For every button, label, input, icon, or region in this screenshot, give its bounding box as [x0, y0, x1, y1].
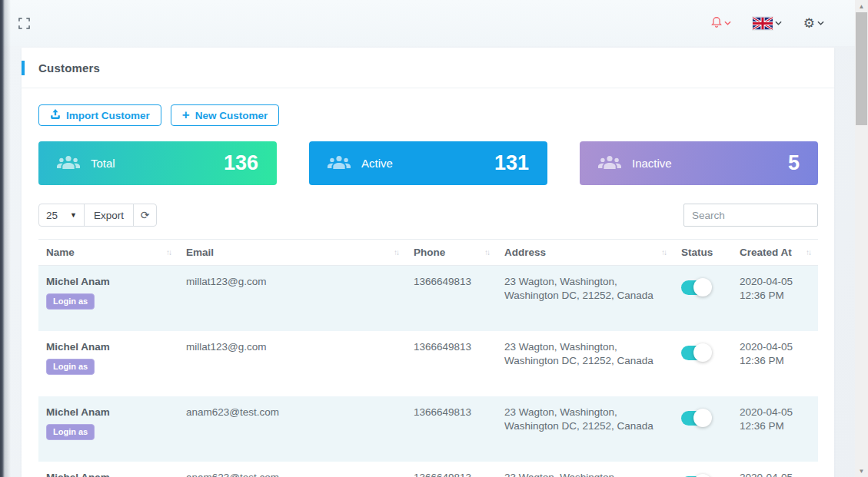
- content-card: Customers Import Customer + New Customer: [22, 48, 834, 477]
- scrollbar-thumb[interactable]: [856, 12, 867, 125]
- toggle-knob: [693, 474, 712, 477]
- sort-icon[interactable]: ↑↓: [166, 248, 171, 257]
- stat-label: Active: [361, 157, 393, 170]
- topbar: ⚙: [0, 0, 855, 46]
- table-row: Michel Anam Login as millat123@g.com 136…: [38, 266, 818, 331]
- page-title: Customers: [38, 61, 100, 75]
- toggle-knob: [693, 278, 712, 296]
- page-size-value: 25: [46, 210, 58, 221]
- column-header[interactable]: Name ↑↓: [38, 240, 178, 265]
- search-input[interactable]: [683, 204, 818, 227]
- import-customer-button[interactable]: Import Customer: [38, 104, 161, 126]
- collapsed-sidebar-edge: [0, 0, 11, 477]
- table-row: Michel Anam Login as anam623@test.com 13…: [38, 396, 818, 462]
- settings-dropdown[interactable]: ⚙: [803, 17, 824, 30]
- select-caret-icon: ▼: [70, 211, 77, 219]
- email-cell: anam623@test.com: [178, 462, 406, 477]
- fullscreen-button[interactable]: [18, 18, 30, 29]
- export-label: Export: [94, 210, 124, 221]
- export-button[interactable]: Export: [84, 204, 134, 227]
- new-customer-label: New Customer: [195, 110, 268, 121]
- column-header[interactable]: Status ↑↓: [673, 240, 732, 265]
- column-label: Name: [46, 247, 75, 258]
- created-time: 12:36 PM: [740, 354, 810, 368]
- toggle-knob: [693, 409, 712, 427]
- vertical-scrollbar[interactable]: ▲ ▼: [855, 0, 868, 477]
- plus-icon: +: [182, 108, 190, 121]
- action-buttons: Import Customer + New Customer: [38, 104, 818, 126]
- column-header[interactable]: Phone ↑↓: [406, 240, 497, 265]
- created-time: 12:36 PM: [740, 289, 810, 303]
- title-accent-bar: [22, 61, 25, 75]
- column-label: Created At: [740, 247, 792, 258]
- address-cell: 23 Wagton, Washington, Washington DC, 21…: [497, 266, 662, 331]
- stat-value: 131: [494, 151, 529, 175]
- phone-cell: 1366649813: [406, 331, 497, 396]
- table-row: Michel Anam Login as millat123@g.com 136…: [38, 331, 818, 396]
- login-as-button[interactable]: Login as: [46, 293, 95, 310]
- status-cell: [673, 331, 732, 396]
- column-label: Status: [681, 247, 713, 258]
- stat-card[interactable]: Total 136: [38, 141, 277, 185]
- login-as-button[interactable]: Login as: [46, 424, 95, 440]
- created-date: 2020-04-05: [740, 406, 810, 419]
- new-customer-button[interactable]: + New Customer: [171, 104, 279, 126]
- chevron-down-icon: [817, 21, 824, 25]
- uk-flag-icon: [753, 17, 773, 30]
- status-cell: [673, 462, 732, 477]
- phone-cell: 1366649813: [406, 462, 497, 477]
- language-dropdown[interactable]: [753, 17, 782, 30]
- customer-name: Michel Anam: [46, 340, 171, 354]
- notifications-dropdown[interactable]: [711, 15, 731, 31]
- sort-icon[interactable]: ↑↓: [661, 248, 666, 257]
- table-button-group: 25 ▼ Export ⟳: [38, 204, 157, 227]
- table-body: Michel Anam Login as millat123@g.com 136…: [38, 266, 818, 477]
- status-cell: [673, 266, 732, 331]
- name-cell: Michel Anam Login as: [38, 331, 178, 396]
- stat-card[interactable]: Active 131: [309, 141, 547, 185]
- chevron-down-icon: [724, 21, 731, 25]
- created-time: 12:36 PM: [740, 419, 810, 433]
- address-cell: 23 Wagton, Washington, Washington DC, 21…: [497, 331, 662, 396]
- scroll-up-arrow-icon[interactable]: ▲: [855, 0, 868, 12]
- users-group-icon: [598, 155, 621, 171]
- column-header[interactable]: Created At ↑↓: [732, 240, 818, 265]
- email-cell: anam623@test.com: [178, 396, 406, 462]
- login-as-button[interactable]: Login as: [46, 359, 95, 375]
- status-toggle[interactable]: [681, 280, 710, 295]
- table-row: Michel Anam Login as anam623@test.com 13…: [38, 462, 818, 477]
- created-date: 2020-04-05: [740, 471, 810, 477]
- sort-icon[interactable]: ↑↓: [484, 248, 489, 257]
- column-label: Email: [186, 247, 214, 258]
- topbar-right: ⚙: [711, 15, 824, 31]
- address-cell: 23 Wagton, Washington, Washington DC, 21…: [497, 462, 662, 477]
- column-label: Address: [504, 247, 546, 258]
- column-header[interactable]: Email ↑↓: [178, 240, 406, 265]
- bell-icon: [711, 15, 722, 31]
- stat-value: 5: [788, 151, 800, 175]
- column-label: Phone: [414, 247, 445, 258]
- scroll-down-arrow-icon[interactable]: ▼: [855, 465, 868, 477]
- refresh-button[interactable]: ⟳: [133, 204, 157, 227]
- column-header[interactable]: Address ↑↓: [497, 240, 673, 265]
- customer-name: Michel Anam: [46, 406, 171, 419]
- stat-value: 136: [224, 151, 258, 175]
- sort-icon[interactable]: ↑↓: [394, 248, 398, 257]
- status-toggle[interactable]: [681, 346, 710, 360]
- users-group-icon: [328, 155, 351, 171]
- created-date: 2020-04-05: [740, 340, 810, 354]
- created-at-cell: 2020-04-05 12:36 PM: [732, 331, 818, 396]
- upload-icon: [50, 109, 61, 121]
- name-cell: Michel Anam Login as: [38, 396, 178, 462]
- phone-cell: 1366649813: [406, 266, 497, 331]
- stat-card[interactable]: Inactive 5: [580, 141, 818, 185]
- stat-label: Inactive: [632, 157, 672, 170]
- customer-name: Michel Anam: [46, 471, 171, 477]
- created-at-cell: 2020-04-05 12:36 PM: [732, 396, 818, 462]
- sort-icon[interactable]: ↑↓: [806, 248, 810, 257]
- refresh-icon: ⟳: [141, 209, 150, 221]
- status-toggle[interactable]: [681, 411, 710, 426]
- page-size-select[interactable]: 25 ▼: [38, 204, 85, 227]
- customers-table: Name ↑↓ Email ↑↓ Phone ↑↓ Address ↑↓ Sta…: [38, 239, 818, 477]
- toggle-knob: [693, 343, 712, 362]
